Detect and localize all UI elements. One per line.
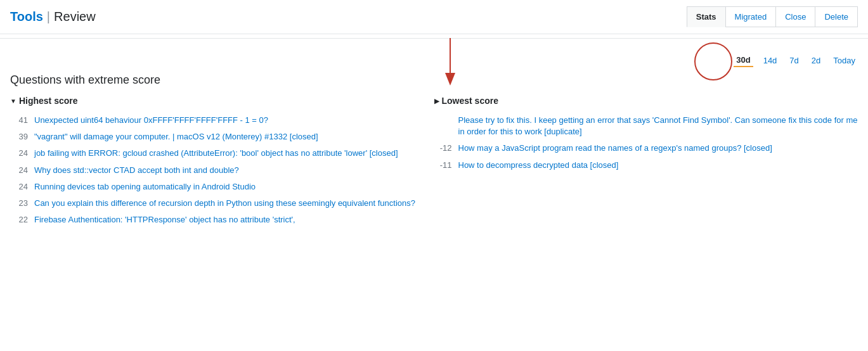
lowest-score-header: ▶ Lowest score [434, 96, 858, 108]
highest-chevron-icon: ▼ [10, 98, 16, 105]
score-value [434, 115, 452, 115]
tab-stats[interactable]: Stats [687, 6, 725, 27]
tools-link[interactable]: Tools [10, 10, 43, 24]
question-link[interactable]: Firebase Authentication: 'HTTPResponse' … [34, 214, 295, 226]
breadcrumb: Tools | Review [10, 10, 96, 24]
score-value: -11 [434, 160, 452, 170]
table-row: 23 Can you explain this difference of re… [10, 198, 434, 209]
score-value: 24 [10, 165, 28, 175]
question-link[interactable]: Running devices tab opening automaticall… [34, 181, 256, 193]
score-value: -12 [434, 143, 452, 153]
time-7d[interactable]: 7d [787, 54, 801, 67]
question-link[interactable]: Unexpected uint64 behaviour 0xFFFF'FFFF'… [34, 115, 268, 126]
tab-close[interactable]: Close [775, 6, 815, 27]
time-today[interactable]: Today [831, 54, 858, 67]
page-header: Tools | Review Stats Migrated Close Dele… [0, 0, 868, 34]
score-value: 23 [10, 198, 28, 208]
highest-score-header: ▼ Highest score [10, 96, 434, 108]
question-link[interactable]: How may a JavaScript program read the na… [458, 143, 772, 154]
highest-score-col: ▼ Highest score 41 Unexpected uint64 beh… [10, 96, 434, 231]
section-title: Questions with extreme score [10, 73, 858, 87]
highest-score-label: Highest score [19, 96, 78, 106]
review-label: Review [54, 10, 96, 24]
time-14d[interactable]: 14d [761, 54, 780, 67]
score-columns: ▼ Highest score 41 Unexpected uint64 beh… [10, 96, 858, 231]
question-link[interactable]: Why does std::vector CTAD accept both in… [34, 165, 239, 176]
score-value: 22 [10, 214, 28, 224]
question-link[interactable]: Please try to fix this. I keep getting a… [458, 115, 858, 137]
score-value: 41 [10, 115, 28, 125]
table-row: -11 How to decompress decrypted data [cl… [434, 160, 858, 171]
tab-delete[interactable]: Delete [815, 6, 858, 27]
time-filter-bar: 30d 14d 7d 2d Today [10, 54, 858, 67]
score-value: 24 [10, 148, 28, 158]
header-divider [0, 38, 868, 39]
question-link[interactable]: "vagrant" will damage your computer. | m… [34, 131, 318, 143]
lowest-score-label: Lowest score [442, 96, 498, 106]
table-row: 24 Running devices tab opening automatic… [10, 181, 434, 193]
tab-migrated[interactable]: Migrated [725, 6, 776, 27]
table-row: 24 Why does std::vector CTAD accept both… [10, 165, 434, 176]
table-row: Please try to fix this. I keep getting a… [434, 115, 858, 137]
time-2d[interactable]: 2d [809, 54, 823, 67]
breadcrumb-separator: | [47, 10, 50, 24]
table-row: 39 "vagrant" will damage your computer. … [10, 131, 434, 143]
lowest-chevron-icon: ▶ [434, 98, 439, 105]
table-row: 24 job failing with ERROR: gcloud crashe… [10, 148, 434, 159]
score-value: 39 [10, 131, 28, 141]
time-30d[interactable]: 30d [734, 54, 753, 67]
main-content: 30d 14d 7d 2d Today Questions with extre… [0, 46, 868, 238]
table-row: 22 Firebase Authentication: 'HTTPRespons… [10, 214, 434, 226]
table-row: -12 How may a JavaScript program read th… [434, 143, 858, 154]
question-link[interactable]: Can you explain this difference of recur… [34, 198, 415, 209]
score-value: 24 [10, 181, 28, 191]
tab-bar: Stats Migrated Close Delete [687, 6, 858, 27]
table-row: 41 Unexpected uint64 behaviour 0xFFFF'FF… [10, 115, 434, 126]
lowest-score-col: ▶ Lowest score Please try to fix this. I… [434, 96, 858, 231]
question-link[interactable]: job failing with ERROR: gcloud crashed (… [34, 148, 398, 159]
question-link[interactable]: How to decompress decrypted data [closed… [458, 160, 619, 171]
